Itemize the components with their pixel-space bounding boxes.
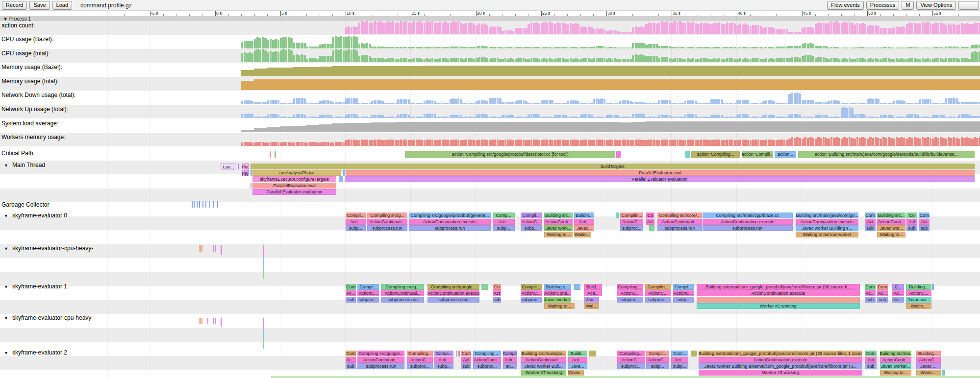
trace-span[interactable]: Co: [906, 213, 917, 218]
trace-span[interactable]: Building src/ma...: [880, 351, 911, 356]
event-tick[interactable]: [192, 201, 193, 208]
trace-span[interactable]: [251, 183, 251, 189]
trace-span[interactable]: subp...: [521, 225, 542, 231]
trace-span[interactable]: Building ...: [916, 351, 941, 356]
trace-span[interactable]: Waiting to...: [877, 232, 905, 237]
trace-span[interactable]: sub: [865, 363, 877, 369]
trace-span[interactable]: Com: [919, 213, 930, 218]
trace-span[interactable]: sub: [865, 297, 876, 303]
trace-span[interactable]: Compiling src/google/protobuf/generat...: [409, 213, 491, 218]
trace-span[interactable]: Waitin...: [574, 232, 591, 237]
trace-span[interactable]: sub: [906, 225, 917, 231]
trace-span[interactable]: Javac worker Building s...: [796, 225, 858, 231]
trace-span[interactable]: Com: [865, 213, 876, 218]
event-tick[interactable]: [221, 245, 222, 255]
trace-span[interactable]: Compil...: [357, 284, 379, 290]
trace-span[interactable]: ActionContinuation.execute: [427, 290, 480, 296]
trace-span[interactable]: Waitin...: [906, 303, 931, 309]
trace-span[interactable]: ActionC...: [906, 290, 931, 296]
trace-span[interactable]: Javac wo...: [906, 297, 931, 303]
event-tick[interactable]: [201, 318, 202, 324]
trace-span[interactable]: subprocess.run: [367, 225, 407, 231]
trace-span[interactable]: subproc...: [521, 297, 542, 303]
trace-span[interactable]: subprocess.run: [427, 297, 480, 303]
trace-span[interactable]: Waiting to...: [544, 303, 575, 309]
trace-span[interactable]: Acti...: [574, 219, 595, 225]
trace-span[interactable]: C...: [892, 284, 904, 290]
trace-span[interactable]: [339, 176, 343, 182]
trace-span[interactable]: Java...: [568, 363, 587, 369]
trace-span[interactable]: action 'Compili...: [742, 151, 773, 158]
trace-span[interactable]: subp...: [346, 225, 365, 231]
trace-span[interactable]: Building src/main/java/com/go...: [796, 213, 858, 218]
trace-span[interactable]: sub: [461, 363, 471, 369]
trace-span[interactable]: Javac worker...: [880, 363, 911, 369]
trace-span[interactable]: ActionConti...: [544, 219, 573, 225]
trace-span[interactable]: Parallel Evaluator evaluation: [345, 176, 975, 182]
trace-span[interactable]: ActionContinuation.execute: [796, 219, 858, 225]
trace-span[interactable]: [691, 351, 697, 356]
trace-span[interactable]: subproc...: [357, 297, 379, 303]
trace-span[interactable]: [589, 351, 596, 356]
trace-span[interactable]: ActionC...: [646, 357, 669, 363]
trace-span[interactable]: [458, 351, 460, 356]
trace-span[interactable]: runAnalysisPhase: [252, 170, 341, 176]
event-tick[interactable]: [221, 318, 222, 327]
trace-span[interactable]: Javac ...: [916, 363, 941, 369]
trace-span[interactable]: Act: [493, 290, 502, 296]
trace-span[interactable]: Javac wor...: [877, 225, 905, 231]
trace-span[interactable]: action 'Building src/main/java/com/googl…: [798, 151, 974, 158]
collapse-arrow-icon[interactable]: ▼: [4, 284, 8, 289]
trace-span[interactable]: Acti...: [568, 357, 587, 363]
trace-span[interactable]: Waitin...: [568, 370, 584, 376]
trace-span[interactable]: Lau...: [221, 164, 236, 169]
trace-span[interactable]: ActionC...: [617, 357, 645, 363]
trace-span[interactable]: ActionConti...: [473, 357, 502, 363]
collapse-arrow-icon[interactable]: ▼: [4, 246, 8, 251]
trace-span[interactable]: ActionContinuati...: [521, 357, 566, 363]
trace-span[interactable]: Compil...: [346, 213, 365, 218]
trace-span[interactable]: ActionContinuati...: [381, 290, 424, 296]
trace-span[interactable]: [270, 151, 271, 158]
collapse-arrow-icon[interactable]: ▼: [4, 213, 8, 218]
trace-span[interactable]: Act: [906, 219, 917, 225]
event-tick[interactable]: [215, 245, 216, 252]
trace-span[interactable]: Comp...: [493, 213, 515, 218]
trace-span[interactable]: Compil...: [521, 213, 542, 218]
trace-span[interactable]: subproc...: [617, 363, 645, 369]
trace-span[interactable]: Wai...: [584, 303, 599, 309]
trace-span[interactable]: ActionContinuation.execute: [699, 357, 862, 363]
trace-span[interactable]: Building src/main/jav...: [521, 351, 566, 356]
trace-span[interactable]: Compilin...: [620, 213, 643, 218]
event-tick[interactable]: [263, 268, 264, 279]
trace-span[interactable]: subp...: [673, 297, 694, 303]
trace-span[interactable]: subprocess.run: [657, 225, 702, 231]
row-label[interactable]: ▼Main Thread: [1, 162, 45, 168]
trace-span[interactable]: Compiling ...: [617, 284, 644, 290]
trace-span[interactable]: Compiling src/main/cpp/blaze.cc: [703, 213, 793, 218]
trace-span[interactable]: ActionC...: [617, 290, 644, 296]
event-tick[interactable]: [194, 201, 195, 208]
trace-span[interactable]: Waitin...: [916, 370, 941, 376]
trace-span[interactable]: Acti...: [671, 357, 688, 363]
trace-span[interactable]: Javac...: [574, 225, 595, 231]
trace-span[interactable]: Compil...: [673, 284, 694, 290]
trace-span[interactable]: Compiling src/core/...: [657, 213, 702, 218]
trace-span[interactable]: buildTargets: [251, 164, 975, 169]
trace-span[interactable]: Compiling ...: [473, 351, 502, 356]
event-tick[interactable]: [200, 318, 201, 324]
trace-span[interactable]: Building src...: [544, 213, 573, 218]
event-tick[interactable]: [209, 201, 210, 208]
event-tick[interactable]: [213, 201, 214, 208]
collapse-arrow-icon[interactable]: ▼: [4, 351, 8, 355]
trace-span[interactable]: Compiling src/google...: [357, 351, 404, 356]
trace-span[interactable]: Compi...: [434, 351, 453, 356]
trace-span[interactable]: Build...: [584, 284, 603, 290]
event-tick[interactable]: [263, 328, 264, 338]
trace-span[interactable]: Compiling src/google...: [427, 284, 480, 290]
trace-span[interactable]: subp...: [646, 363, 669, 369]
row-label[interactable]: ▼skyframe-evaluator 1: [1, 283, 67, 290]
trace-span[interactable]: Compili...: [521, 284, 542, 290]
event-tick[interactable]: [217, 201, 218, 208]
trace-span[interactable]: ActionConti...: [880, 357, 911, 363]
